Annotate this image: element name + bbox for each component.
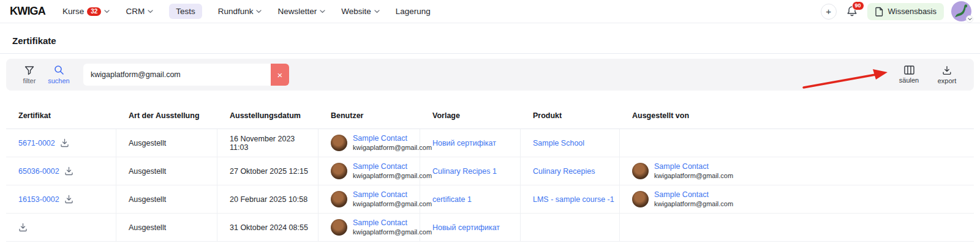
export-button[interactable]: export xyxy=(932,65,962,84)
search-button[interactable]: suchen xyxy=(44,65,74,84)
download-certificate-icon[interactable] xyxy=(60,138,69,147)
search-box: × xyxy=(83,64,289,86)
product-link[interactable]: Culinary Recepies xyxy=(533,167,595,176)
search-label: suchen xyxy=(48,77,69,84)
knowledge-base-button[interactable]: Wissensbasis xyxy=(867,3,944,20)
col-header-benutzer: Benutzer xyxy=(318,104,420,129)
issued-by-email: kwigaplatform@gmail.com xyxy=(654,172,733,180)
export-download-icon xyxy=(942,65,952,75)
table-row: 16153-0002 Ausgestellt 20 Februar 2025 1… xyxy=(6,185,974,214)
page-title: Zertifikate xyxy=(12,35,980,46)
product-empty xyxy=(521,214,620,242)
app-logo[interactable]: KWIGA xyxy=(10,5,45,18)
issue-date: 20 Februar 2025 10:58 xyxy=(217,185,318,214)
issued-by-photo-avatar xyxy=(632,191,649,207)
issue-date: 16 November 2023 11:03 xyxy=(217,129,318,157)
table-row: 65036-0002 Ausgestellt 27 Oktober 2025 1… xyxy=(6,157,974,185)
user-photo-avatar xyxy=(331,135,347,151)
certificates-table: Zertifikat Art der Ausstellung Ausstellu… xyxy=(6,104,974,242)
col-header-datum: Ausstellungsdatum xyxy=(217,104,318,129)
columns-label: säulen xyxy=(899,76,919,84)
top-navbar: KWIGA Kurse 32 CRM Tests Rundfunk Newsle… xyxy=(0,0,980,23)
notifications-count-badge: 90 xyxy=(852,1,864,10)
navbar-actions: + 90 Wissensbasis xyxy=(821,1,971,21)
export-label: export xyxy=(938,77,957,84)
template-link[interactable]: Новый сертификат xyxy=(432,223,500,232)
issued-by-name-link[interactable]: Sample Contact xyxy=(654,162,733,171)
table-body: 5671-0002 Ausgestellt 16 November 2023 1… xyxy=(6,129,974,242)
table-row: Ausgestellt 31 Oktober 2024 08:55 Sample… xyxy=(6,214,974,242)
search-input[interactable] xyxy=(83,64,271,86)
knowledge-base-label: Wissensbasis xyxy=(888,7,937,16)
columns-icon xyxy=(904,65,914,75)
nav-item-lagerung[interactable]: Lagerung xyxy=(396,7,431,16)
download-certificate-icon[interactable] xyxy=(64,166,74,176)
issue-type: Ausgestellt xyxy=(116,157,217,185)
nav-label: Rundfunk xyxy=(218,7,254,16)
issued-by-empty xyxy=(620,214,974,242)
certificate-link[interactable]: 5671-0002 xyxy=(18,139,55,147)
clear-search-button[interactable]: × xyxy=(271,64,289,86)
nav-item-website[interactable]: Website xyxy=(341,7,380,16)
kurse-count-badge: 32 xyxy=(87,7,101,16)
nav-label: Newsletter xyxy=(277,7,317,16)
document-icon xyxy=(875,7,884,17)
notifications-button[interactable]: 90 xyxy=(844,4,860,20)
chevron-down-icon xyxy=(374,10,380,13)
col-header-art: Art der Ausstellung xyxy=(116,104,217,129)
chevron-down-icon xyxy=(148,10,153,13)
download-certificate-icon[interactable] xyxy=(64,195,74,204)
template-link[interactable]: certificate 1 xyxy=(432,195,472,204)
table-row: 5671-0002 Ausgestellt 16 November 2023 1… xyxy=(6,129,974,157)
certificate-link[interactable]: 16153-0002 xyxy=(18,195,59,204)
filter-icon xyxy=(24,65,34,75)
nav-label: Tests xyxy=(176,7,195,16)
chevron-down-icon xyxy=(320,10,325,13)
columns-button[interactable]: säulen xyxy=(894,65,924,84)
issue-date: 27 Oktober 2025 12:15 xyxy=(217,157,318,185)
avatar-menu-chevron-icon xyxy=(966,15,973,23)
issue-type: Ausgestellt xyxy=(116,185,217,214)
nav-item-crm[interactable]: CRM xyxy=(126,7,153,16)
col-header-zertifikat: Zertifikat xyxy=(6,104,116,129)
col-header-ausgestellt-von: Ausgestellt von xyxy=(620,104,974,129)
nav-label: Website xyxy=(341,7,371,16)
table-toolbar: filter suchen × säulen export xyxy=(6,59,974,91)
add-button[interactable]: + xyxy=(821,4,837,20)
col-header-produkt: Produkt xyxy=(521,104,620,129)
app-root: KWIGA Kurse 32 CRM Tests Rundfunk Newsle… xyxy=(0,0,980,246)
certificate-link[interactable]: 65036-0002 xyxy=(18,167,59,176)
issue-type: Ausgestellt xyxy=(116,214,217,242)
col-header-vorlage: Vorlage xyxy=(420,104,521,129)
nav-label: CRM xyxy=(126,7,145,16)
issue-type: Ausgestellt xyxy=(116,129,217,157)
search-icon xyxy=(54,65,64,75)
nav-item-newsletter[interactable]: Newsletter xyxy=(277,7,325,16)
template-link[interactable]: Новий сертифікат xyxy=(432,139,496,147)
nav-label: Lagerung xyxy=(396,7,431,16)
nav-item-tests[interactable]: Tests xyxy=(169,4,202,19)
issued-by-photo-avatar xyxy=(632,163,649,179)
template-link[interactable]: Culinary Recipes 1 xyxy=(432,167,497,176)
user-photo-avatar xyxy=(331,163,347,179)
main-nav: Kurse 32 CRM Tests Rundfunk Newsletter W… xyxy=(62,4,431,19)
issued-by-email: kwigaplatform@gmail.com xyxy=(654,200,733,208)
issue-date: 31 Oktober 2024 08:55 xyxy=(217,214,318,242)
table-header-row: Zertifikat Art der Ausstellung Ausstellu… xyxy=(6,104,974,129)
product-link[interactable]: LMS - sample course -1 xyxy=(533,195,614,204)
nav-item-kurse[interactable]: Kurse 32 xyxy=(62,7,110,16)
issued-by-name-link[interactable]: Sample Contact xyxy=(654,190,733,199)
user-photo-avatar xyxy=(331,219,347,236)
nav-label: Kurse xyxy=(62,7,84,16)
issued-by-empty xyxy=(620,129,974,157)
user-avatar[interactable] xyxy=(951,1,971,21)
nav-item-rundfunk[interactable]: Rundfunk xyxy=(218,7,262,16)
download-certificate-icon[interactable] xyxy=(18,223,28,232)
user-photo-avatar xyxy=(331,191,347,207)
chevron-down-icon xyxy=(104,10,110,13)
page-header: Zertifikate xyxy=(0,23,980,54)
chevron-down-icon xyxy=(256,10,262,13)
filter-button[interactable]: filter xyxy=(15,65,44,84)
product-link[interactable]: Sample School xyxy=(533,139,584,147)
filter-label: filter xyxy=(23,77,36,84)
